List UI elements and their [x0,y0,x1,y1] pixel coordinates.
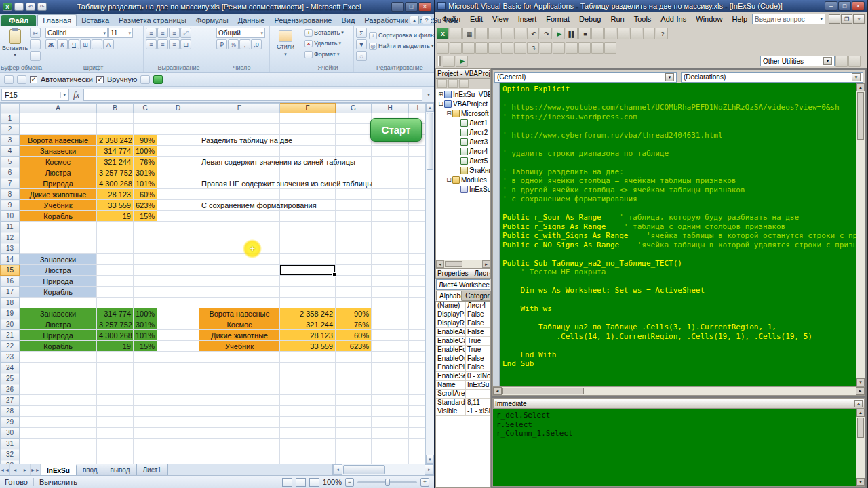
cell-H9[interactable] [372,200,409,211]
cell-E30[interactable] [199,428,280,439]
cell-E25[interactable] [199,373,280,384]
paste-button[interactable]: Вставить ▾ [2,28,28,61]
row-header-14[interactable]: 14 [1,254,20,265]
cell-C6[interactable]: 301% [134,167,157,178]
cell-D14[interactable] [157,254,199,265]
zoom-slider-thumb[interactable] [385,479,390,486]
cell-D16[interactable] [157,276,199,287]
cell-E2[interactable] [199,124,280,135]
tree-item[interactable]: ЭтаКнига [436,165,490,175]
cell-C14[interactable] [134,254,157,265]
cell-H6[interactable] [372,167,409,178]
cell-B17[interactable] [97,287,134,298]
cell-I24[interactable] [409,363,427,373]
cell-D11[interactable] [157,222,199,232]
tree-item[interactable]: Лист3 [436,137,490,146]
find-icon[interactable] [514,28,526,39]
cell-I23[interactable] [409,352,427,363]
cell-B6[interactable]: 3 257 752 [97,167,134,178]
cut-icon[interactable] [475,28,488,39]
cell-F8[interactable] [280,189,336,200]
tree-item[interactable]: InExSu [436,184,490,194]
close-button[interactable]: × [418,2,431,12]
cell-I12[interactable] [409,232,427,243]
row-header-13[interactable]: 13 [1,243,20,254]
ribbon-tab-Рецензирование[interactable]: Рецензирование [269,15,336,26]
row-header-17[interactable]: 17 [1,287,20,298]
cell-B32[interactable] [97,449,134,460]
row-header-22[interactable]: 22 [1,341,20,352]
object-browser-icon[interactable] [630,28,642,39]
cell-H24[interactable] [372,363,409,373]
cell-D1[interactable] [157,113,199,124]
view-object-icon[interactable] [448,79,458,88]
row-header-32[interactable]: 32 [1,449,20,460]
cell-F14[interactable] [280,254,336,265]
cell-D19[interactable] [157,308,199,319]
scroll-right-icon[interactable]: ► [425,464,434,475]
cell-I8[interactable] [409,189,427,200]
row-header-3[interactable]: 3 [1,135,20,146]
cell-B27[interactable] [97,395,134,406]
align-middle-icon[interactable]: ≡ [157,28,168,38]
cell-C23[interactable] [134,352,157,363]
cell-I31[interactable] [409,439,427,449]
cell-D4[interactable] [157,146,199,157]
cell-C32[interactable] [134,449,157,460]
row-header-12[interactable]: 12 [1,232,20,243]
cell-F21[interactable]: 28 123 [280,330,336,341]
cell-D27[interactable] [157,395,199,406]
maximize-button[interactable]: □ [838,1,851,11]
cell-A2[interactable] [20,124,97,135]
fill-icon[interactable]: ▼ [356,39,367,49]
cell-I4[interactable] [409,146,427,157]
sheet-tab-вывод[interactable]: вывод [104,464,137,475]
row-header-27[interactable]: 27 [1,395,20,406]
paste-icon[interactable] [501,28,513,39]
cell-G13[interactable] [336,243,372,254]
tree-item[interactable]: ⊟Modules [436,175,490,184]
cell-G30[interactable] [336,428,372,439]
cell-G29[interactable] [336,417,372,428]
property-row[interactable]: EnableSelection0 - xlNoRestrictions [436,372,490,381]
cell-F26[interactable] [280,384,336,395]
cell-G9[interactable] [336,200,372,211]
step-out-icon[interactable] [553,42,565,54]
cell-G23[interactable] [336,352,372,363]
run-icon[interactable]: ▶ [553,28,565,39]
next-sheet-icon[interactable]: ► [20,464,31,475]
font-name-select[interactable]: Calibri▾ [45,28,108,38]
cell-C7[interactable]: 101% [134,178,157,189]
cell-G14[interactable] [336,254,372,265]
cell-E12[interactable] [199,232,280,243]
number-format-select[interactable]: Общий▾ [216,28,265,38]
minimize-ribbon-icon[interactable]: ▴ [410,16,419,24]
save-icon[interactable]: ▦ [462,28,475,39]
cell-G28[interactable] [336,406,372,417]
cell-C2[interactable] [134,124,157,135]
uncomment-block-icon[interactable] [450,42,462,54]
cell-G1[interactable] [336,113,372,124]
cell-A1[interactable] [20,113,97,124]
cell-H20[interactable] [372,319,409,330]
cell-F10[interactable] [280,211,336,222]
cell-A21[interactable]: Природа [20,330,97,341]
cell-H18[interactable] [372,298,409,308]
property-row[interactable]: EnableFormatConditionsTrue [436,346,490,354]
cell-E1[interactable] [199,113,280,124]
prev-sheet-icon[interactable]: ◄ [10,464,20,475]
fill-color-button[interactable] [92,39,102,49]
cell-C29[interactable] [134,417,157,428]
cell-C17[interactable] [134,287,157,298]
cell-A4[interactable]: Занавески [20,146,97,157]
row-header-24[interactable]: 24 [1,363,20,373]
vertical-scrollbar[interactable]: ▲ ▼ [425,103,434,464]
row-header-9[interactable]: 9 [1,200,20,211]
close-button[interactable]: × [852,1,865,11]
tree-item[interactable]: Лист2 [436,127,490,137]
column-header-B[interactable]: B [97,104,134,113]
scroll-left-icon[interactable]: ◄ [333,464,342,475]
cell-I26[interactable] [409,384,427,395]
cell-D5[interactable] [157,157,199,167]
row-header-7[interactable]: 7 [1,178,20,189]
